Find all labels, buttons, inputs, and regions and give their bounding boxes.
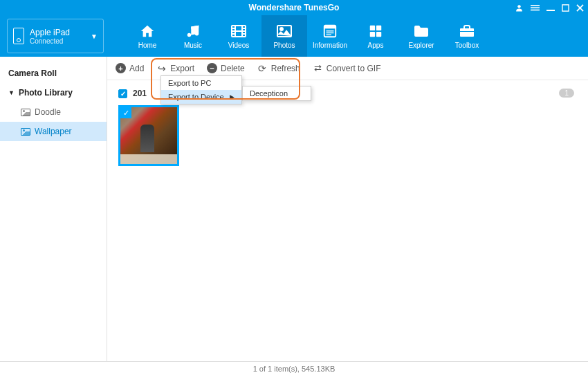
nav-explorer[interactable]: Explorer: [398, 15, 444, 57]
device-icon: [13, 28, 24, 44]
svg-rect-18: [460, 28, 474, 37]
main-nav: Home Music Videos Photos Information App…: [125, 15, 490, 57]
toolbox-icon: [459, 24, 475, 39]
convert-icon: ⇄: [313, 63, 323, 73]
maximize-button[interactable]: [562, 4, 569, 12]
app-title: Wondershare TunesGo: [249, 3, 340, 12]
svg-point-8: [280, 28, 283, 30]
nav-home[interactable]: Home: [125, 15, 170, 57]
refresh-button[interactable]: ⟳ Refresh: [257, 63, 300, 73]
export-button[interactable]: ↪ Export: [156, 63, 194, 73]
svg-rect-13: [327, 34, 331, 35]
sidebar-item-doodle[interactable]: Doodle: [0, 102, 107, 122]
content-area: ✓ 201 1 ✓: [107, 80, 588, 361]
sidebar-photo-library[interactable]: ▼ Photo Library: [0, 83, 107, 102]
apps-icon: [367, 24, 384, 39]
nav-videos[interactable]: Videos: [216, 15, 261, 57]
device-status: Connected: [30, 37, 91, 45]
chevron-right-icon: ▶: [230, 93, 235, 100]
device-selector[interactable]: Apple iPad Connected ▼: [7, 19, 104, 53]
sidebar: Camera Roll ▼ Photo Library Doodle Wallp…: [0, 57, 107, 361]
close-button[interactable]: [576, 4, 584, 12]
count-badge: 1: [559, 89, 574, 98]
sidebar-item-wallpaper[interactable]: Wallpaper: [0, 122, 107, 141]
status-bar: 1 of 1 item(s), 545.13KB: [0, 361, 588, 375]
folder-icon: [413, 24, 430, 39]
svg-point-0: [517, 5, 520, 8]
user-icon[interactable]: [515, 3, 524, 12]
nav-music[interactable]: Music: [170, 15, 216, 57]
minimize-button[interactable]: [546, 3, 555, 12]
nav-apps[interactable]: Apps: [353, 15, 398, 57]
photo-icon: [276, 24, 293, 39]
group-year: 201: [133, 89, 147, 98]
nav-photos[interactable]: Photos: [261, 15, 307, 57]
export-to-pc-item[interactable]: Export to PC: [161, 76, 241, 90]
svg-rect-1: [531, 5, 540, 6]
minus-icon: −: [207, 63, 217, 73]
music-icon: [185, 24, 201, 39]
export-to-device-item[interactable]: Export to Device ▶: [161, 90, 241, 104]
status-text: 1 of 1 item(s), 545.13KB: [253, 365, 336, 373]
convert-gif-button[interactable]: ⇄ Convert to GIF: [313, 63, 381, 73]
menu-icon[interactable]: [531, 3, 540, 12]
video-icon: [230, 24, 247, 39]
plus-icon: +: [116, 63, 126, 73]
svg-rect-15: [376, 25, 381, 30]
add-button[interactable]: + Add: [116, 63, 144, 73]
group-checkbox[interactable]: ✓: [118, 89, 127, 98]
refresh-icon: ⟳: [257, 63, 268, 73]
thumbnail-grid: ✓: [118, 105, 577, 166]
export-icon: ↪: [156, 63, 167, 73]
picture-icon: [21, 128, 30, 136]
svg-rect-12: [327, 32, 334, 33]
svg-rect-5: [562, 4, 569, 10]
svg-rect-3: [531, 9, 540, 10]
export-dropdown: Export to PC Export to Device ▶: [160, 75, 242, 104]
chevron-down-icon: ▼: [8, 89, 15, 96]
thumbnail-checkbox[interactable]: ✓: [120, 107, 131, 118]
svg-rect-17: [376, 31, 381, 36]
titlebar: Wondershare TunesGo: [0, 0, 588, 15]
photo-thumbnail[interactable]: ✓: [118, 105, 179, 166]
svg-rect-10: [324, 25, 336, 28]
chevron-down-icon: ▼: [91, 33, 98, 40]
device-submenu: Decepticon: [242, 86, 311, 101]
svg-rect-11: [327, 30, 334, 31]
nav-information[interactable]: Information: [307, 15, 353, 57]
svg-rect-2: [531, 7, 540, 8]
header: Apple iPad Connected ▼ Home Music Videos…: [0, 15, 588, 57]
device-name: Apple iPad: [30, 28, 91, 37]
sidebar-camera-roll[interactable]: Camera Roll: [0, 64, 107, 83]
picture-icon: [21, 109, 30, 116]
svg-rect-16: [370, 31, 375, 36]
svg-rect-14: [370, 25, 375, 30]
info-icon: [322, 24, 338, 39]
nav-toolbox[interactable]: Toolbox: [444, 15, 490, 57]
window-controls: [515, 3, 584, 12]
device-info: Apple iPad Connected: [30, 28, 91, 45]
submenu-device-item[interactable]: Decepticon: [243, 86, 311, 100]
home-icon: [139, 24, 156, 39]
delete-button[interactable]: − Delete: [207, 63, 245, 73]
svg-rect-19: [460, 31, 474, 32]
svg-rect-4: [546, 10, 555, 11]
